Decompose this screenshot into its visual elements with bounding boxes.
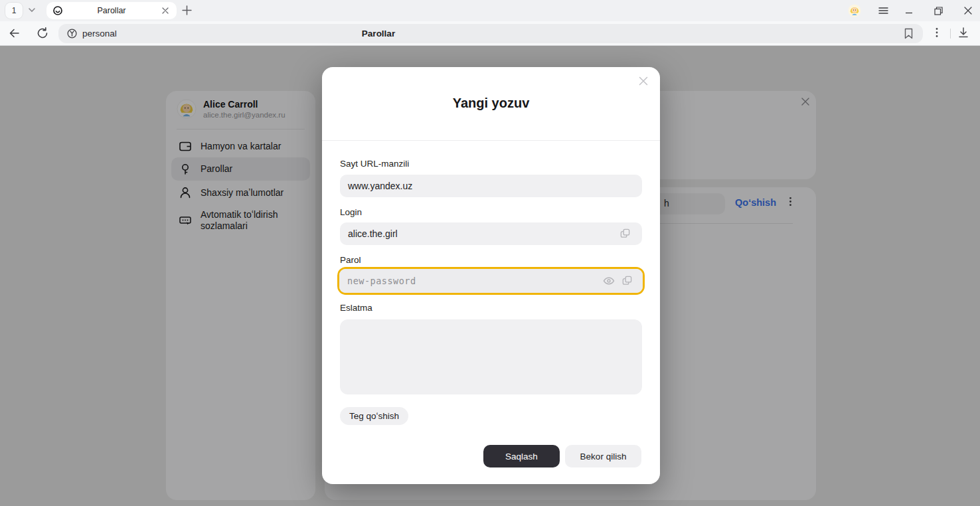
reload-icon[interactable]: [36, 27, 50, 41]
note-field-label: Eslatma: [340, 303, 372, 313]
new-entry-dialog: Yangi yozuv Sayt URL-manzili www.yandex.…: [322, 67, 660, 484]
tab-counter-button[interactable]: 1: [5, 3, 23, 19]
toolbar-separator: [950, 29, 951, 39]
downloads-icon[interactable]: [957, 27, 972, 41]
login-field-label: Login: [340, 207, 362, 217]
address-page-title: Parollar: [362, 24, 395, 43]
add-tag-button[interactable]: Teg qoʻshish: [340, 407, 408, 425]
restore-window-button[interactable]: [932, 5, 944, 17]
tab-bar: 1 Parollar: [0, 0, 980, 21]
address-bar[interactable]: personal Parollar: [58, 24, 923, 43]
minimize-button[interactable]: [903, 5, 915, 17]
new-tab-button[interactable]: [182, 5, 192, 15]
yandex-site-icon: [66, 28, 78, 39]
browser-tab[interactable]: Parollar: [46, 2, 177, 19]
url-field-label: Sayt URL-manzili: [340, 159, 409, 169]
tab-favicon-smiley-icon: [52, 5, 63, 16]
url-input[interactable]: www.yandex.uz: [340, 175, 642, 197]
login-input[interactable]: alice.the.girl: [340, 222, 642, 245]
dialog-actions: Saqlash Bekor qilish: [483, 445, 641, 467]
back-icon[interactable]: [8, 27, 23, 41]
cancel-button[interactable]: Bekor qilish: [565, 445, 641, 467]
dialog-title: Yangi yozuv: [322, 96, 660, 111]
copy-icon[interactable]: [621, 275, 633, 287]
tab-title: Parollar: [63, 6, 160, 15]
tab-list-chevron-icon[interactable]: [28, 6, 36, 14]
password-highlight-outline: new-password: [337, 267, 645, 295]
browser-menu-icon[interactable]: [877, 5, 889, 17]
password-field-label: Parol: [340, 255, 361, 265]
save-button[interactable]: Saqlash: [483, 445, 560, 467]
show-password-eye-icon[interactable]: [603, 275, 615, 287]
browser-toolbar: personal Parollar: [0, 21, 980, 46]
dialog-divider: [322, 140, 660, 141]
note-textarea[interactable]: [340, 319, 642, 394]
tab-close-icon[interactable]: [160, 5, 171, 16]
close-window-button[interactable]: [962, 5, 974, 17]
site-identity-chip[interactable]: personal: [66, 24, 117, 43]
toolbar-more-icon[interactable]: [931, 27, 945, 41]
password-input-value: new-password: [347, 276, 416, 286]
dialog-close-icon[interactable]: [639, 76, 648, 86]
bookmark-icon[interactable]: [904, 28, 914, 39]
password-input[interactable]: new-password: [339, 269, 643, 293]
profile-avatar-button[interactable]: [848, 4, 861, 17]
browser-window: 1 Parollar: [0, 0, 980, 506]
login-input-value: alice.the.girl: [348, 228, 398, 239]
page-content: Alice Carroll alice.the.girl@yandex.ru H…: [0, 46, 980, 506]
copy-icon[interactable]: [619, 228, 631, 240]
address-site-label: personal: [82, 29, 117, 39]
